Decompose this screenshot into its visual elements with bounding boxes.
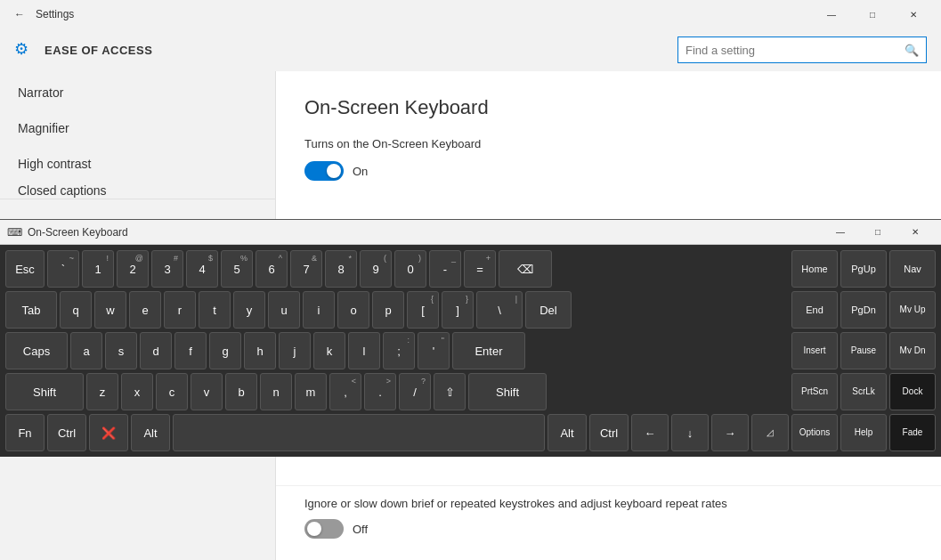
key-slash[interactable]: ?/ bbox=[399, 373, 431, 410]
key-minus[interactable]: _- bbox=[429, 250, 461, 288]
sidebar-item-high-contrast[interactable]: High contrast bbox=[0, 146, 275, 182]
toggle1-label: On bbox=[353, 165, 368, 178]
key-fade[interactable]: Fade bbox=[889, 414, 936, 451]
key-n[interactable]: n bbox=[260, 373, 292, 410]
key-ctrl-left[interactable]: Ctrl bbox=[47, 414, 86, 451]
close-button[interactable]: ✕ bbox=[893, 0, 934, 28]
search-box: 🔍 bbox=[677, 37, 927, 63]
key-z[interactable]: z bbox=[86, 373, 118, 410]
key-pgup[interactable]: PgUp bbox=[840, 250, 887, 288]
key-t[interactable]: t bbox=[199, 291, 231, 329]
key-4[interactable]: $4 bbox=[186, 250, 218, 288]
osk-toggle[interactable] bbox=[304, 161, 344, 181]
maximize-button[interactable]: □ bbox=[852, 0, 893, 28]
key-help[interactable]: Help bbox=[840, 414, 887, 451]
key-l[interactable]: l bbox=[348, 332, 380, 369]
key-x[interactable]: x bbox=[121, 373, 153, 410]
key-2[interactable]: @2 bbox=[117, 250, 149, 288]
key-shift-left[interactable]: Shift bbox=[5, 373, 84, 410]
key-1[interactable]: !1 bbox=[82, 250, 114, 288]
key-b[interactable]: b bbox=[225, 373, 257, 410]
key-options[interactable]: Options bbox=[791, 414, 838, 451]
key-space[interactable] bbox=[173, 414, 545, 451]
key-5[interactable]: %5 bbox=[221, 250, 253, 288]
key-mv-up[interactable]: Mv Up bbox=[889, 291, 936, 329]
key-esc[interactable]: Esc bbox=[5, 250, 45, 288]
key-alt-left[interactable]: Alt bbox=[131, 414, 170, 451]
key-down-arrow[interactable]: ↓ bbox=[671, 414, 709, 451]
key-mv-dn[interactable]: Mv Dn bbox=[889, 332, 936, 369]
sidebar-item-narrator[interactable]: Narrator bbox=[0, 75, 275, 110]
key-pipe[interactable]: |\ bbox=[476, 291, 523, 329]
key-w[interactable]: w bbox=[94, 291, 126, 329]
key-right-arrow[interactable]: → bbox=[711, 414, 749, 451]
key-s[interactable]: s bbox=[105, 332, 137, 369]
key-pause[interactable]: Pause bbox=[840, 332, 887, 369]
key-6[interactable]: ^6 bbox=[256, 250, 288, 288]
sidebar-item-closed-captions[interactable]: Closed captions bbox=[0, 182, 275, 199]
search-input[interactable] bbox=[685, 44, 904, 57]
minimize-button[interactable]: — bbox=[811, 0, 852, 28]
setting1-description: Turns on the On-Screen Keyboard bbox=[304, 137, 913, 150]
key-nav[interactable]: Nav bbox=[889, 250, 936, 288]
key-period[interactable]: >. bbox=[364, 373, 396, 410]
key-lbracket[interactable]: {[ bbox=[407, 291, 439, 329]
osk-maximize-button[interactable]: □ bbox=[859, 220, 896, 245]
sidebar-item-magnifier[interactable]: Magnifier bbox=[0, 110, 275, 146]
key-c[interactable]: c bbox=[156, 373, 188, 410]
key-m[interactable]: m bbox=[295, 373, 327, 410]
key-home[interactable]: Home bbox=[791, 250, 838, 288]
key-shift-right[interactable]: Shift bbox=[468, 373, 547, 410]
key-comma[interactable]: <, bbox=[329, 373, 361, 410]
key-k[interactable]: k bbox=[313, 332, 345, 369]
key-equals[interactable]: += bbox=[464, 250, 496, 288]
key-g[interactable]: g bbox=[209, 332, 241, 369]
key-j[interactable]: j bbox=[279, 332, 311, 369]
key-8[interactable]: *8 bbox=[325, 250, 357, 288]
key-tilde[interactable]: ~` bbox=[47, 250, 79, 288]
key-p[interactable]: p bbox=[372, 291, 404, 329]
key-fn[interactable]: Fn bbox=[5, 414, 45, 451]
key-quote[interactable]: "' bbox=[418, 332, 450, 369]
key-u[interactable]: u bbox=[268, 291, 300, 329]
key-alt-right[interactable]: Alt bbox=[548, 414, 587, 451]
key-3[interactable]: #3 bbox=[151, 250, 183, 288]
key-d[interactable]: d bbox=[140, 332, 172, 369]
osk-close-button[interactable]: ✕ bbox=[896, 220, 934, 245]
key-a[interactable]: a bbox=[70, 332, 102, 369]
key-e[interactable]: e bbox=[129, 291, 161, 329]
key-9[interactable]: (9 bbox=[360, 250, 392, 288]
key-win[interactable]: ❌ bbox=[89, 414, 128, 451]
key-scrlk[interactable]: ScrLk bbox=[840, 373, 887, 410]
key-backspace[interactable]: ⌫ bbox=[499, 250, 552, 288]
key-0[interactable]: )0 bbox=[394, 250, 426, 288]
key-dock[interactable]: Dock bbox=[889, 373, 936, 410]
back-button[interactable]: ← bbox=[7, 2, 32, 27]
key-row-4: Shift z x c v b n m <, >. ?/ ⇧ Shift Prt… bbox=[5, 373, 936, 410]
key-semicolon[interactable]: :; bbox=[383, 332, 415, 369]
key-v[interactable]: v bbox=[191, 373, 223, 410]
key-7[interactable]: &7 bbox=[290, 250, 322, 288]
osk-minimize-button[interactable]: — bbox=[822, 220, 859, 245]
key-del[interactable]: Del bbox=[525, 291, 572, 329]
key-caps[interactable]: Caps bbox=[5, 332, 68, 369]
key-enter[interactable]: Enter bbox=[452, 332, 525, 369]
key-f[interactable]: f bbox=[174, 332, 207, 369]
key-h[interactable]: h bbox=[244, 332, 276, 369]
key-context[interactable]: ◿ bbox=[751, 414, 789, 451]
key-prtscn[interactable]: PrtScn bbox=[791, 373, 838, 410]
key-insert[interactable]: Insert bbox=[791, 332, 838, 369]
key-pgdn[interactable]: PgDn bbox=[840, 291, 887, 329]
key-o[interactable]: o bbox=[337, 291, 369, 329]
key-left-arrow[interactable]: ← bbox=[631, 414, 669, 451]
key-y[interactable]: y bbox=[233, 291, 265, 329]
key-ctrl-right[interactable]: Ctrl bbox=[589, 414, 629, 451]
key-rbracket[interactable]: }] bbox=[442, 291, 474, 329]
key-end[interactable]: End bbox=[791, 291, 838, 329]
key-r[interactable]: r bbox=[164, 291, 196, 329]
key-up-arrow[interactable]: ⇧ bbox=[434, 373, 466, 410]
key-tab[interactable]: Tab bbox=[5, 291, 57, 329]
key-i[interactable]: i bbox=[303, 291, 335, 329]
key-q[interactable]: q bbox=[60, 291, 92, 329]
filter-keys-toggle[interactable] bbox=[304, 519, 344, 539]
